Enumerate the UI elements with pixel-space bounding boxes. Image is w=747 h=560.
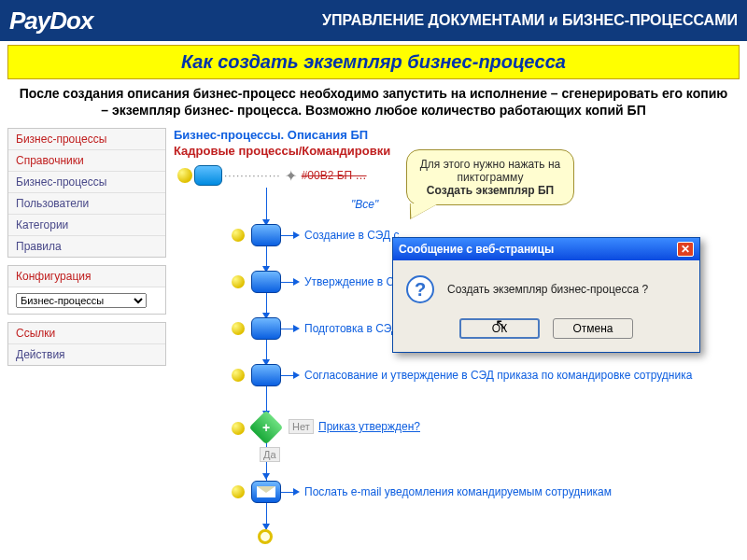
mail-node-icon[interactable]: [251, 481, 281, 503]
envelope-icon: [257, 486, 275, 497]
task-node-icon[interactable]: [251, 364, 281, 386]
status-ball-icon: [232, 322, 245, 335]
status-ball-icon: [232, 485, 245, 498]
status-ball-icon: [232, 229, 245, 242]
dialog-titlebar[interactable]: Сообщение с веб-страницы ✕: [393, 238, 699, 260]
task-node-icon[interactable]: [251, 317, 281, 340]
intro-text: После создания описания бизнес-процесс н…: [0, 81, 747, 128]
callout-strong: Создать экземпляр БП: [427, 184, 554, 197]
app-header: PayDox УПРАВЛЕНИЕ ДОКУМЕНТАМИ и БИЗНЕС-П…: [0, 0, 747, 41]
arrow-icon: [293, 488, 300, 496]
step-label[interactable]: Послать e-mail уведомления командируемым…: [304, 485, 612, 498]
callout-tooltip: Для этого нужно нажать на пиктограмму Со…: [406, 149, 574, 205]
connector-line: [281, 235, 294, 236]
sidebar-group-links: Ссылки Действия: [7, 322, 166, 366]
cursor-icon: ↖: [495, 315, 507, 333]
arrow-icon: [293, 325, 300, 332]
process-code[interactable]: #00B2 БП …: [302, 169, 367, 182]
sidebar-item[interactable]: Бизнес-процессы: [8, 172, 165, 193]
step-label[interactable]: Создание в СЭД с: [304, 229, 399, 242]
dialog-title-text: Сообщение с веб-страницы: [399, 243, 554, 256]
dialog-message: Создать экземпляр бизнес-процесса ?: [447, 283, 648, 296]
dots-icon: ··············: [224, 169, 281, 182]
callout-text: Для этого нужно нажать на пиктограмму: [420, 158, 561, 184]
sidebar-item[interactable]: Действия: [8, 344, 165, 365]
config-select[interactable]: Бизнес-процессы: [16, 293, 147, 308]
start-node-icon: [177, 168, 192, 183]
sidebar-item[interactable]: Правила: [8, 236, 165, 257]
question-icon: ?: [406, 275, 434, 303]
branch-no[interactable]: Нет: [289, 419, 314, 434]
step-label[interactable]: Утверждение в СЭ: [304, 275, 402, 288]
connector-line: [281, 329, 294, 329]
connector-line: [281, 282, 294, 283]
connector-line: [281, 375, 294, 376]
sidebar-item[interactable]: Бизнес-процессы: [8, 129, 165, 150]
flow-diagram: ·············· ✦ #00B2 БП … "Все" Создан…: [174, 165, 740, 557]
arrow-icon: [293, 371, 300, 379]
arrow-icon: [262, 473, 270, 480]
sidebar-item[interactable]: Конфигурация: [8, 266, 165, 287]
logo: PayDox: [9, 7, 92, 35]
status-ball-icon: [232, 275, 245, 288]
status-ball-icon: [232, 422, 245, 435]
status-ball-icon: [232, 369, 245, 382]
page-title-banner: Как создать экземпляр бизнес-процесса: [7, 45, 740, 79]
filter-all[interactable]: "Все": [351, 198, 378, 211]
sidebar-item[interactable]: Ссылки: [8, 323, 165, 344]
start-box-icon[interactable]: [194, 165, 222, 186]
message-dialog: Сообщение с веб-страницы ✕ ? Создать экз…: [392, 237, 700, 353]
sidebar-group-config: Конфигурация Бизнес-процессы: [7, 265, 166, 315]
end-node-icon: [258, 529, 273, 544]
task-node-icon[interactable]: [251, 224, 281, 246]
step-label[interactable]: Подготовка в СЭД: [304, 322, 399, 335]
decision-node-icon[interactable]: +: [249, 411, 284, 445]
create-instance-icon[interactable]: ✦: [283, 167, 300, 184]
arrow-icon: [293, 231, 300, 239]
decision-label[interactable]: Приказ утвержден?: [318, 420, 420, 433]
sidebar-item[interactable]: Категории: [8, 215, 165, 236]
connector-line: [281, 492, 294, 493]
close-icon[interactable]: ✕: [677, 242, 694, 257]
task-node-icon[interactable]: [251, 271, 281, 293]
sidebar: Бизнес-процессы Справочники Бизнес-проце…: [7, 128, 166, 557]
arrow-icon: [293, 278, 300, 286]
cancel-button[interactable]: Отмена: [553, 318, 633, 339]
header-title: УПРАВЛЕНИЕ ДОКУМЕНТАМИ и БИЗНЕС-ПРОЦЕССА…: [92, 12, 738, 29]
branch-yes[interactable]: Да: [260, 447, 280, 462]
step-label[interactable]: Согласование и утверждение в СЭД приказа…: [304, 369, 692, 382]
breadcrumb-level1[interactable]: Бизнес-процессы. Описания БП: [174, 128, 740, 142]
sidebar-group-main: Бизнес-процессы Справочники Бизнес-проце…: [7, 128, 166, 258]
sidebar-item[interactable]: Справочники: [8, 150, 165, 172]
sidebar-item[interactable]: Пользователи: [8, 193, 165, 215]
